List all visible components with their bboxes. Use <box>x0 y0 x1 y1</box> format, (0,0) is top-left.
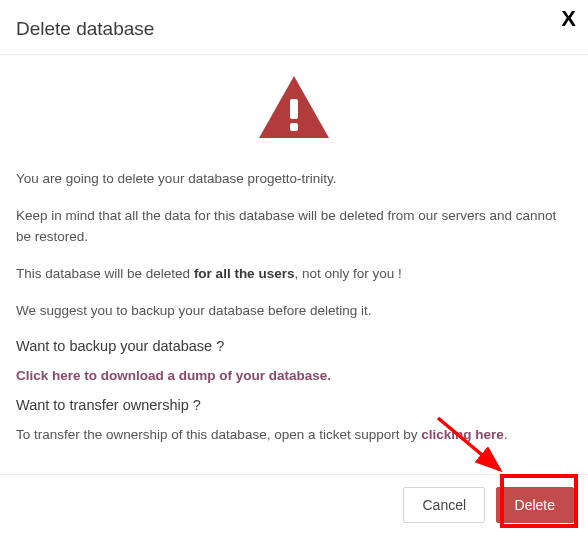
backup-suggestion: We suggest you to backup your database b… <box>16 301 572 322</box>
modal-body: You are going to delete your database pr… <box>0 55 588 474</box>
warning-icon <box>16 73 572 147</box>
confirm-text-post: . <box>333 171 337 186</box>
modal-header: Delete database X <box>0 0 588 55</box>
warning-all-users: This database will be deleted for all th… <box>16 264 572 285</box>
warning-all-users-bold: for all the users <box>194 266 295 281</box>
svg-rect-1 <box>290 123 298 131</box>
transfer-text: To transfer the ownership of this databa… <box>16 425 572 446</box>
backup-heading: Want to backup your database ? <box>16 338 572 354</box>
confirm-text-pre: You are going to delete your database <box>16 171 247 186</box>
transfer-heading: Want to transfer ownership ? <box>16 397 572 413</box>
confirm-text: You are going to delete your database pr… <box>16 169 572 190</box>
transfer-text-pre: To transfer the ownership of this databa… <box>16 427 421 442</box>
transfer-text-post: . <box>504 427 508 442</box>
warning-data-loss: Keep in mind that all the data for this … <box>16 206 572 248</box>
delete-button[interactable]: Delete <box>496 487 574 523</box>
download-dump-link[interactable]: Click here to download a dump of your da… <box>16 368 331 383</box>
warning-all-users-post: , not only for you ! <box>294 266 401 281</box>
svg-rect-0 <box>290 99 298 119</box>
ticket-support-link[interactable]: clicking here <box>421 427 504 442</box>
modal-title: Delete database <box>16 18 154 40</box>
modal-footer: Cancel Delete <box>0 474 588 535</box>
database-name: progetto-trinity <box>247 171 332 186</box>
cancel-button[interactable]: Cancel <box>403 487 485 523</box>
close-icon[interactable]: X <box>561 8 576 30</box>
warning-all-users-pre: This database will be deleted <box>16 266 194 281</box>
